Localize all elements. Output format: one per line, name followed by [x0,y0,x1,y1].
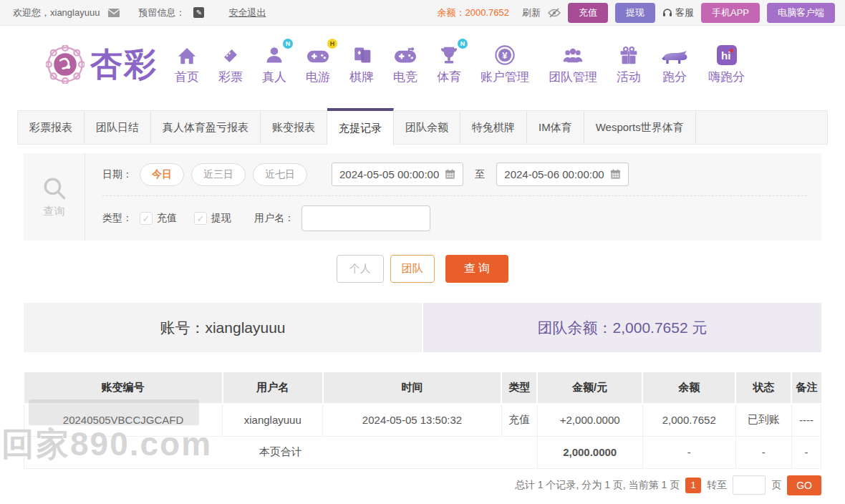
customer-service-link[interactable]: 客服 [662,6,694,19]
type-label: 类型： [102,212,132,225]
date-from-input[interactable]: 2024-05-05 00:00:00 [332,163,463,186]
preset-today-button[interactable]: 今日 [140,163,184,186]
query-filter-panel: 查询 日期： 今日 近三日 近七日 2024-05-05 00:00:00 至 … [24,153,821,241]
deposit-checkbox[interactable]: ✓ [140,212,153,225]
summary-status: - [735,436,791,468]
hot-badge: H [327,39,337,49]
team-button[interactable]: 团队 [390,255,435,283]
tab-im-sports[interactable]: IM体育 [527,111,584,144]
trophy-icon: N [439,44,459,65]
logo-flower-icon [46,45,84,84]
customer-service-label: 客服 [675,6,694,19]
cell-balance: 2,000.7652 [642,404,735,436]
col-change-id: 账变编号 [24,372,223,404]
pagination-summary: 总计 1 个记录, 分为 1 页, 当前第 1 页 [515,479,680,492]
home-icon [177,44,197,65]
col-status: 状态 [735,372,791,404]
go-button[interactable]: GO [787,475,821,495]
date-to-input[interactable]: 2024-05-06 00:00:00 [496,163,628,186]
tab-deposit-withdraw-records[interactable]: 充提记录 [327,108,394,145]
tab-live-sports-pl[interactable]: 真人体育盈亏报表 [151,111,261,144]
esports-gamepad-icon [395,44,416,65]
withdraw-checkbox-label: 提现 [211,212,231,225]
svg-text:hi: hi [721,49,730,62]
live-person-icon: N [264,44,284,65]
deposit-checkbox-label: 充值 [157,212,177,225]
lottery-ticket-icon [221,44,240,65]
new-badge: N [458,39,468,49]
reserved-info-label: 预留信息： [138,6,185,19]
tab-account-changes[interactable]: 账变报表 [261,111,327,144]
tab-lottery-report[interactable]: 彩票报表 [18,111,84,144]
tab-tetu-cards[interactable]: 特兔棋牌 [460,111,527,144]
summary-amount: 2,000.0000 [537,436,642,468]
team-people-icon [562,44,584,65]
withdraw-checkbox[interactable]: ✓ [194,212,207,225]
svg-text:¥: ¥ [502,50,508,61]
goto-page-input[interactable] [733,475,766,495]
nav-item-esports[interactable]: 电竞 [393,44,417,85]
nav-item-slots[interactable]: H 电游 [306,44,330,85]
logo-text: 杏彩 [90,43,158,86]
top-bar: 欢迎您，xianglayuuu 预留信息： ✎ 安全退出 余额：2000.765… [0,0,845,26]
col-amount: 金额/元 [537,372,642,404]
calendar-icon [445,169,455,180]
action-buttons: 个人 团队 查 询 [0,255,845,283]
nav-item-sports[interactable]: N 体育 [437,44,461,85]
col-remark: 备注 [791,372,821,404]
search-button[interactable]: 查 询 [445,255,508,283]
balance-text: 余额：2000.7652 [438,6,509,19]
date-range-to-label: 至 [475,168,485,181]
nav-item-promo[interactable]: 活动 [617,44,641,85]
pagination: 总计 1 个记录, 分为 1 页, 当前第 1 页 1 转至 页 GO [24,475,821,495]
username-input[interactable] [301,205,430,231]
playing-cards-icon [352,44,371,65]
tab-wesports[interactable]: Wesports世界体育 [584,111,696,144]
welcome-text: 欢迎您，xianglayuuu [13,6,100,19]
records-table: 账变编号 用户名 时间 类型 金额/元 余额 状态 备注 20240505VBC… [24,372,821,469]
preset-7days-button[interactable]: 近七日 [253,163,307,186]
pc-client-button[interactable]: 电脑客户端 [767,3,835,23]
withdraw-button[interactable]: 提现 [615,3,655,23]
personal-button[interactable]: 个人 [337,255,384,283]
rhino-icon [660,44,689,65]
col-balance: 余额 [642,372,735,404]
nav-item-live[interactable]: N 真人 [262,44,286,85]
preset-3days-button[interactable]: 近三日 [191,163,246,186]
search-icon [42,176,67,200]
nav-item-team[interactable]: 团队管理 [549,44,597,85]
nav-item-account[interactable]: ¥ 账户管理 [481,44,529,85]
tab-team-balance[interactable]: 团队余额 [394,111,460,144]
site-logo[interactable]: 杏彩 [46,43,158,86]
nav-item-hi-paofen[interactable]: hi 嗨跑分 [708,44,745,85]
nav-item-paofen[interactable]: 跑分 [660,44,689,85]
gift-icon [619,44,638,65]
table-header-row: 账变编号 用户名 时间 类型 金额/元 余额 状态 备注 [24,372,821,404]
page-number-button[interactable]: 1 [685,478,701,493]
message-icon[interactable] [108,9,120,17]
logout-link[interactable]: 安全退出 [228,6,266,19]
headset-icon [662,8,672,17]
gamepad-icon: H [307,44,329,65]
refresh-link[interactable]: 刷新 [522,6,541,19]
tab-team-daily[interactable]: 团队日结 [84,111,151,144]
page-unit-label: 页 [771,479,781,492]
mobile-app-button[interactable]: 手机APP [701,3,760,23]
summary-balance: - [642,436,735,468]
col-type: 类型 [501,372,537,404]
calendar-icon [610,169,621,180]
edit-icon[interactable]: ✎ [193,7,204,18]
hi-icon: hi [717,44,737,65]
account-summary-bar: 账号：xianglayuuu 团队余额：2,000.7652 元 [24,303,821,352]
summary-row: 本页合计 2,000.0000 - - - [24,436,821,468]
nav-item-lottery[interactable]: 彩票 [218,44,243,85]
cell-username: xianglayuuu [223,404,323,436]
new-badge: N [283,39,293,49]
site-header: 杏彩 首页 彩票 N 真人 H 电游 [0,26,845,103]
nav-item-home[interactable]: 首页 [175,44,199,85]
eye-off-icon[interactable] [548,8,561,18]
username-label: 用户名： [254,212,294,225]
team-balance: 团队余额：2,000.7652 元 [423,303,821,352]
nav-item-cards[interactable]: 棋牌 [349,44,374,85]
deposit-button[interactable]: 充值 [568,3,608,23]
